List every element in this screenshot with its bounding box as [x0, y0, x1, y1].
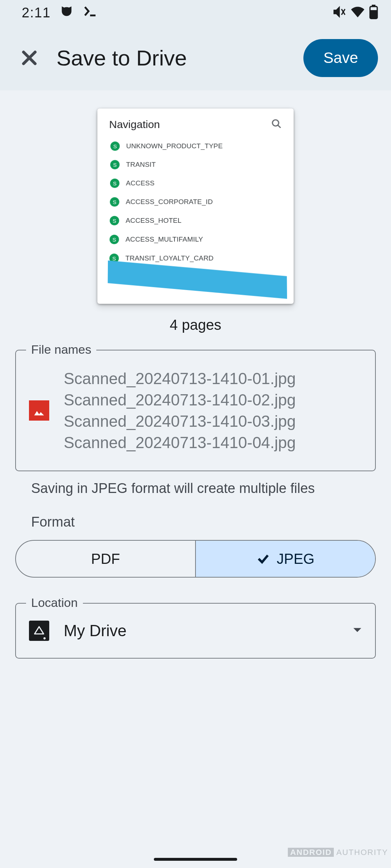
battery-icon [369, 5, 378, 21]
search-icon [271, 119, 282, 131]
svg-rect-1 [372, 5, 375, 7]
format-option-pdf[interactable]: PDF [16, 541, 196, 577]
location-label: Location [26, 596, 83, 610]
watermark: ANDROID AUTHORITY [288, 848, 388, 857]
helper-text: Saving in JPEG format will create multip… [31, 481, 376, 496]
document-preview[interactable]: Navigation SUNKNOWN_PRODUCT_TYPE STRANSI… [97, 109, 294, 304]
format-label: Format [31, 514, 376, 530]
format-segmented: PDF JPEG [15, 540, 376, 578]
chevron-down-icon [353, 627, 362, 634]
list-item: STRANSIT [109, 156, 282, 174]
file-name: Scanned_20240713-1410-03.jpg [64, 411, 296, 431]
mute-icon [332, 5, 346, 20]
file-list: Scanned_20240713-1410-01.jpg Scanned_202… [64, 369, 296, 452]
file-name: Scanned_20240713-1410-02.jpg [64, 390, 296, 410]
location-field[interactable]: Location My Drive [15, 603, 376, 659]
cat-icon [59, 4, 74, 22]
filenames-field[interactable]: File names Scanned_20240713-1410-01.jpg … [15, 350, 376, 471]
wifi-icon [350, 5, 365, 21]
file-name: Scanned_20240713-1410-01.jpg [64, 369, 296, 388]
location-value: My Drive [64, 622, 338, 640]
filenames-label: File names [26, 342, 96, 357]
close-icon [21, 49, 38, 67]
drive-icon [29, 621, 49, 641]
check-icon [256, 552, 270, 566]
nav-handle[interactable] [154, 858, 237, 861]
page-count: 4 pages [15, 317, 376, 333]
list-item: SACCESS_HOTEL [108, 211, 283, 230]
page-title: Save to Drive [56, 46, 293, 71]
status-bar: 2:11 [0, 0, 391, 25]
status-time: 2:11 [22, 5, 51, 21]
file-name: Scanned_20240713-1410-04.jpg [64, 433, 296, 452]
svg-rect-2 [370, 10, 377, 18]
svg-point-3 [272, 120, 278, 126]
preview-title: Navigation [109, 119, 160, 131]
list-item: SACCESS_MULTIFAMILY [108, 230, 283, 249]
save-button[interactable]: Save [303, 39, 378, 77]
close-button[interactable] [13, 42, 46, 74]
app-bar: Save to Drive Save [0, 25, 391, 90]
terminal-icon [83, 4, 97, 22]
format-option-jpeg[interactable]: JPEG [196, 541, 375, 577]
image-icon [29, 400, 49, 421]
list-item: SUNKNOWN_PRODUCT_TYPE [109, 137, 282, 156]
list-item: SACCESS_CORPORATE_ID [108, 192, 282, 211]
list-item: SACCESS [109, 174, 282, 192]
